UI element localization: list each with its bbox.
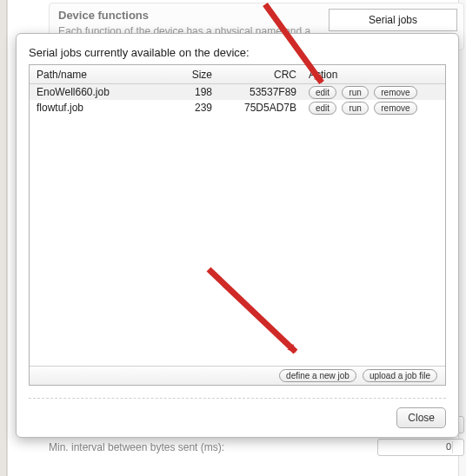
remove-button[interactable]: remove — [374, 86, 416, 99]
table-header: Path/name Size CRC Action — [30, 65, 445, 84]
define-new-job-button[interactable]: define a new job — [279, 369, 356, 382]
run-button[interactable]: run — [342, 86, 368, 99]
cell-crc: 53537F89 — [221, 86, 303, 98]
min-interval-input[interactable]: 0 — [377, 439, 464, 456]
nav-rail — [0, 0, 7, 476]
col-action: Action — [303, 69, 445, 81]
tab-serial-jobs[interactable]: Serial jobs — [329, 9, 457, 31]
divider — [29, 398, 446, 399]
cell-size: 239 — [169, 102, 221, 114]
cell-actions: edit run remove — [303, 86, 445, 99]
col-path-name: Path/name — [30, 69, 169, 81]
cell-crc: 75D5AD7B — [221, 102, 303, 114]
jobs-table: Path/name Size CRC Action EnoWell660.job… — [29, 64, 446, 386]
col-crc: CRC — [221, 69, 303, 81]
min-interval-row: Min. interval between bytes sent (ms): 0 — [49, 438, 464, 457]
modal-actions: Close — [29, 407, 446, 428]
min-interval-label: Min. interval between bytes sent (ms): — [49, 441, 224, 453]
modal-title: Serial jobs currently available on the d… — [29, 46, 446, 59]
edit-button[interactable]: edit — [309, 102, 336, 115]
cell-actions: edit run remove — [303, 102, 445, 115]
cell-name: flowtuf.job — [30, 102, 169, 114]
upload-job-file-button[interactable]: upload a job file — [363, 369, 437, 382]
cell-name: EnoWell660.job — [30, 86, 169, 98]
table-row: flowtuf.job 239 75D5AD7B edit run remove — [30, 100, 445, 116]
remove-button[interactable]: remove — [374, 102, 416, 115]
cell-size: 198 — [169, 86, 221, 98]
serial-jobs-modal: Serial jobs currently available on the d… — [16, 33, 459, 438]
edit-button[interactable]: edit — [309, 86, 336, 99]
table-footer: define a new job upload a job file — [30, 366, 445, 385]
close-button[interactable]: Close — [396, 407, 446, 428]
run-button[interactable]: run — [342, 102, 368, 115]
table-row: EnoWell660.job 198 53537F89 edit run rem… — [30, 84, 445, 100]
col-size: Size — [169, 69, 221, 81]
